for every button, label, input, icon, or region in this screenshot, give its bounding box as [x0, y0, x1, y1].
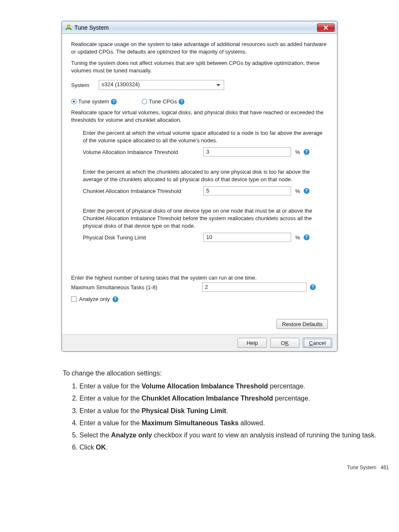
restore-defaults-label: Restore Defaults — [282, 321, 322, 327]
close-button[interactable] — [317, 23, 335, 32]
radio-tune-system[interactable]: Tune system ? — [71, 98, 117, 105]
max-tasks-label: Maximum Simultaneous Tasks (1-8) — [71, 284, 199, 290]
help-icon[interactable]: ? — [111, 99, 117, 105]
chunklet-threshold-group: Enter the percent at which the chunklets… — [71, 168, 328, 195]
help-button[interactable]: Help — [238, 338, 267, 348]
chunklet-threshold-input[interactable]: 5 — [203, 186, 291, 195]
footer-section: Tune System — [347, 465, 376, 470]
intro-paragraph-2: Tuning the system does not affect volume… — [71, 59, 328, 74]
help-icon[interactable]: ? — [304, 234, 309, 240]
svg-point-0 — [67, 25, 70, 28]
physical-disk-limit-prompt: Enter the percent of physical disks of o… — [83, 207, 328, 229]
step-6: Click OK. — [79, 442, 389, 452]
intro-paragraph-1: Reallocate space usage on the system to … — [71, 41, 328, 55]
system-label: System — [71, 82, 96, 88]
percent-unit: % — [295, 149, 300, 155]
restore-defaults-button[interactable]: Restore Defaults — [276, 319, 328, 329]
volume-threshold-input[interactable]: 3 — [203, 147, 291, 157]
help-icon[interactable]: ? — [304, 149, 309, 155]
radio-description: Reallocate space for virtual volumes, lo… — [71, 109, 328, 123]
cancel-button-label: Cancel — [309, 340, 326, 346]
radio-tune-system-label: Tune system — [78, 98, 109, 105]
volume-threshold-group: Enter the percent at which the virtual v… — [71, 129, 328, 157]
help-button-label: Help — [247, 340, 258, 346]
step-1: Enter a value for the Volume Allocation … — [79, 381, 389, 391]
chunklet-threshold-prompt: Enter the percent at which the chunklets… — [83, 168, 328, 183]
percent-unit: % — [295, 234, 300, 241]
system-row: System s324 (1300324) — [71, 80, 328, 90]
physical-disk-limit-label: Physical Disk Tuning Limit — [83, 234, 200, 241]
tune-system-dialog: Tune System Reallocate space usage on th… — [61, 21, 338, 352]
page-footer: Tune System 461 — [63, 465, 389, 470]
step-3: Enter a value for the Physical Disk Tuni… — [79, 406, 389, 416]
physical-disk-limit-input[interactable]: 10 — [203, 233, 291, 242]
analyze-only-row: Analyze only ? — [71, 296, 328, 302]
radio-tune-cpgs[interactable]: Tune CPGs ? — [142, 98, 184, 105]
step-2: Enter a value for the Chunklet Allocatio… — [79, 393, 389, 403]
radio-dot-icon — [142, 99, 147, 104]
radio-tune-cpgs-label: Tune CPGs — [149, 98, 177, 105]
max-tasks-input[interactable]: 2 — [202, 283, 307, 292]
app-icon — [65, 24, 72, 31]
titlebar: Tune System — [62, 21, 337, 34]
ok-button[interactable]: OK — [270, 338, 299, 348]
percent-unit: % — [295, 188, 300, 194]
window-title: Tune System — [74, 24, 317, 31]
footer-page-number: 461 — [381, 465, 389, 470]
help-icon[interactable]: ? — [304, 188, 309, 194]
instruction-text: To change the allocation settings: Enter… — [63, 368, 389, 452]
step-4: Enter a value for the Maximum Simultaneo… — [79, 418, 389, 428]
max-tasks-prompt: Enter the highest number of tuning tasks… — [71, 275, 328, 281]
volume-threshold-label: Volume Allocation Imbalance Threshold — [83, 149, 200, 155]
instruction-intro: To change the allocation settings: — [63, 368, 389, 378]
system-select[interactable]: s324 (1300324) — [99, 80, 224, 90]
help-icon[interactable]: ? — [113, 296, 118, 302]
volume-threshold-prompt: Enter the percent at which the virtual v… — [83, 129, 328, 144]
physical-disk-limit-group: Enter the percent of physical disks of o… — [71, 207, 328, 242]
ok-button-label: OK — [281, 340, 289, 346]
tune-scope-radio-group: Tune system ? Tune CPGs ? — [71, 98, 328, 105]
dialog-body: Reallocate space usage on the system to … — [62, 34, 337, 334]
step-5: Select the Analyze only checkbox if you … — [79, 430, 389, 440]
analyze-only-checkbox[interactable] — [71, 296, 77, 302]
dialog-footer: Help OK Cancel — [62, 334, 337, 351]
help-icon[interactable]: ? — [310, 284, 316, 290]
analyze-only-label: Analyze only — [79, 296, 110, 302]
cancel-button[interactable]: Cancel — [303, 338, 332, 348]
chunklet-threshold-label: Chunklet Allocation Imbalance Threshold — [83, 188, 200, 194]
help-icon[interactable]: ? — [179, 99, 184, 105]
radio-dot-icon — [71, 99, 77, 104]
